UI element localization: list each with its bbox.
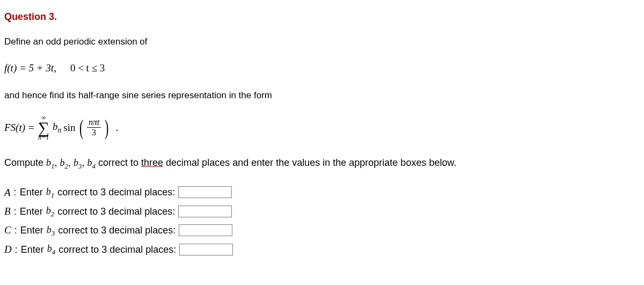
hence-line: and hence find its half-range sine serie… xyxy=(4,89,640,103)
enter-word: Enter xyxy=(20,185,43,199)
enter-word: Enter xyxy=(21,243,44,257)
compute-pre: Compute xyxy=(4,157,46,168)
fraction-npi-t-over-3: nπt 3 xyxy=(87,118,101,137)
sigma-symbol: ∑ xyxy=(38,121,49,135)
colon: : xyxy=(15,243,18,257)
prompt-tail: correct to 3 decimal places: xyxy=(57,204,175,218)
domain-condition: 0 < t ≤ 3 xyxy=(63,61,112,76)
prompt-b4: b4 xyxy=(47,242,55,257)
function-definition-line: f(t) = 5 + 3t, 0 < t ≤ 3 xyxy=(4,61,640,76)
b3-input[interactable] xyxy=(179,224,232,236)
question-heading: Question 3. xyxy=(4,10,640,24)
b3-sym: b3 xyxy=(74,157,82,168)
fraction-denominator: 3 xyxy=(92,128,96,137)
prompt-tail: correct to 3 decimal places: xyxy=(57,185,175,199)
formula-lhs: FS(t) = xyxy=(4,120,35,135)
formula-period: . xyxy=(116,120,119,135)
compute-mid: correct to xyxy=(96,157,141,168)
prompt-row-b: B: Enter b2 correct to 3 decimal places: xyxy=(4,203,640,219)
label-c: C xyxy=(4,223,11,238)
prompt-tail: correct to 3 decimal places: xyxy=(58,223,175,237)
fourier-series-formula: FS(t) = ∞ ∑ n=1 bn sin ( nπt 3 ) . xyxy=(4,114,640,141)
b4-sym: b4 xyxy=(87,157,96,168)
b1-input[interactable] xyxy=(178,186,232,198)
b1-sym: b1 xyxy=(46,157,54,168)
b2-sym: b2 xyxy=(60,157,68,168)
three-underlined: three xyxy=(141,157,163,168)
b4-input[interactable] xyxy=(179,244,233,255)
prompt-row-c: C: Enter b3 correct to 3 decimal places: xyxy=(4,223,640,238)
prompt-b3: b3 xyxy=(47,223,55,238)
label-a: A xyxy=(4,185,11,200)
enter-word: Enter xyxy=(20,204,43,218)
bn-base: b xyxy=(53,121,58,132)
sin-word: sin xyxy=(63,120,75,135)
sigma-lower: n=1 xyxy=(38,134,49,141)
prompt-row-a: A: Enter b1 correct to 3 decimal places: xyxy=(4,185,640,200)
prompt-row-d: D: Enter b4 correct to 3 decimal places: xyxy=(4,242,640,257)
sigma-block: ∞ ∑ n=1 xyxy=(38,114,49,141)
prompt-b1: b1 xyxy=(46,185,54,200)
b2-input[interactable] xyxy=(178,206,232,217)
label-b: B xyxy=(4,204,11,219)
rparen-icon: ) xyxy=(105,119,108,136)
lparen-icon: ( xyxy=(79,119,83,136)
colon: : xyxy=(14,185,17,199)
compute-post: decimal places and enter the values in t… xyxy=(163,157,456,168)
enter-word: Enter xyxy=(20,223,43,237)
bn-term: bn xyxy=(53,119,61,136)
bn-subscript: n xyxy=(58,126,62,134)
label-d: D xyxy=(4,242,12,257)
colon: : xyxy=(14,223,17,237)
function-definition: f(t) = 5 + 3t, xyxy=(4,61,56,76)
intro-text: Define an odd periodic extension of xyxy=(4,35,640,49)
colon: : xyxy=(14,204,17,218)
prompt-tail: correct to 3 decimal places: xyxy=(58,243,176,257)
fraction-numerator: nπt xyxy=(87,118,101,128)
compute-instruction: Compute b1, b2, b3, b4 correct to three … xyxy=(4,156,640,171)
prompt-b2: b2 xyxy=(46,203,54,219)
